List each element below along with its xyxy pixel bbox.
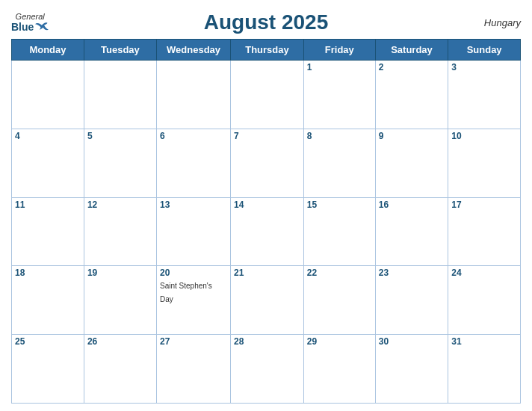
- day-number: 20: [160, 268, 227, 278]
- table-row: [231, 61, 304, 129]
- table-row: 8: [303, 129, 375, 197]
- day-number: 9: [379, 131, 445, 141]
- day-number: 3: [451, 62, 517, 72]
- table-row: 24: [448, 266, 521, 335]
- day-number: 15: [307, 200, 372, 210]
- table-row: [157, 61, 231, 129]
- day-number: 25: [15, 336, 81, 347]
- table-row: 10: [448, 129, 521, 197]
- day-number: 7: [234, 131, 300, 141]
- table-row: 31: [448, 335, 521, 404]
- table-row: 3: [448, 61, 521, 129]
- day-number: 6: [160, 131, 227, 141]
- day-number: 5: [87, 131, 153, 141]
- table-row: 30: [375, 335, 448, 404]
- day-number: 31: [451, 336, 517, 347]
- day-number: 1: [307, 62, 372, 72]
- table-row: 25: [12, 335, 84, 404]
- day-number: 21: [234, 268, 300, 278]
- day-number: 4: [15, 131, 81, 141]
- calendar-week-row: 25262728293031: [12, 335, 521, 404]
- header-wednesday: Wednesday: [157, 40, 231, 61]
- table-row: 14: [231, 197, 304, 266]
- table-row: 22: [303, 266, 375, 335]
- day-number: 27: [160, 336, 227, 347]
- table-row: 13: [157, 197, 231, 266]
- table-row: 17: [448, 197, 521, 266]
- table-row: 21: [231, 266, 304, 335]
- table-row: 29: [303, 335, 375, 404]
- day-number: 16: [379, 200, 445, 210]
- table-row: 15: [303, 197, 375, 266]
- header-thursday: Thursday: [231, 40, 304, 61]
- day-number: 19: [87, 268, 153, 278]
- table-row: 16: [375, 197, 448, 266]
- table-row: 2: [375, 61, 448, 129]
- header-sunday: Sunday: [448, 40, 521, 61]
- day-number: 13: [160, 200, 227, 210]
- table-row: 23: [375, 266, 448, 335]
- header-tuesday: Tuesday: [84, 40, 156, 61]
- calendar-week-row: 181920Saint Stephen's Day21222324: [12, 266, 521, 335]
- day-number: 8: [307, 131, 372, 141]
- day-number: 10: [451, 131, 517, 141]
- header-monday: Monday: [12, 40, 84, 61]
- calendar-week-row: 123: [12, 61, 521, 129]
- table-row: 1: [303, 61, 375, 129]
- header-saturday: Saturday: [375, 40, 448, 61]
- table-row: 19: [84, 266, 156, 335]
- day-number: 11: [15, 200, 81, 210]
- day-number: 14: [234, 200, 300, 210]
- calendar-week-row: 11121314151617: [12, 197, 521, 266]
- table-row: [12, 61, 84, 129]
- table-row: 18: [12, 266, 84, 335]
- logo-blue: Blue: [11, 21, 49, 33]
- country-label: Hungary: [484, 17, 521, 28]
- day-number: 28: [234, 336, 300, 347]
- table-row: 26: [84, 335, 156, 404]
- table-row: 5: [84, 129, 156, 197]
- weekday-header-row: Monday Tuesday Wednesday Thursday Friday…: [12, 40, 521, 61]
- table-row: 9: [375, 129, 448, 197]
- header-friday: Friday: [303, 40, 375, 61]
- day-event: Saint Stephen's Day: [160, 282, 212, 303]
- table-row: 11: [12, 197, 84, 266]
- table-row: 7: [231, 129, 304, 197]
- calendar-header: General Blue August 2025 Hungary: [11, 10, 521, 34]
- day-number: 26: [87, 336, 153, 347]
- day-number: 30: [379, 336, 445, 347]
- calendar-week-row: 45678910: [12, 129, 521, 197]
- day-number: 23: [379, 268, 445, 278]
- day-number: 17: [451, 200, 517, 210]
- day-number: 2: [379, 62, 445, 72]
- table-row: 4: [12, 129, 84, 197]
- day-number: 22: [307, 268, 372, 278]
- logo: General Blue: [11, 12, 49, 33]
- day-number: 29: [307, 336, 372, 347]
- day-number: 12: [87, 200, 153, 210]
- table-row: 28: [231, 335, 304, 404]
- calendar-table: Monday Tuesday Wednesday Thursday Friday…: [11, 39, 521, 404]
- table-row: 6: [157, 129, 231, 197]
- day-number: 18: [15, 268, 81, 278]
- calendar-title: August 2025: [204, 10, 329, 34]
- day-number: 24: [451, 268, 517, 278]
- table-row: [84, 61, 156, 129]
- logo-general: General: [16, 12, 45, 21]
- table-row: 12: [84, 197, 156, 266]
- table-row: 20Saint Stephen's Day: [157, 266, 231, 335]
- table-row: 27: [157, 335, 231, 404]
